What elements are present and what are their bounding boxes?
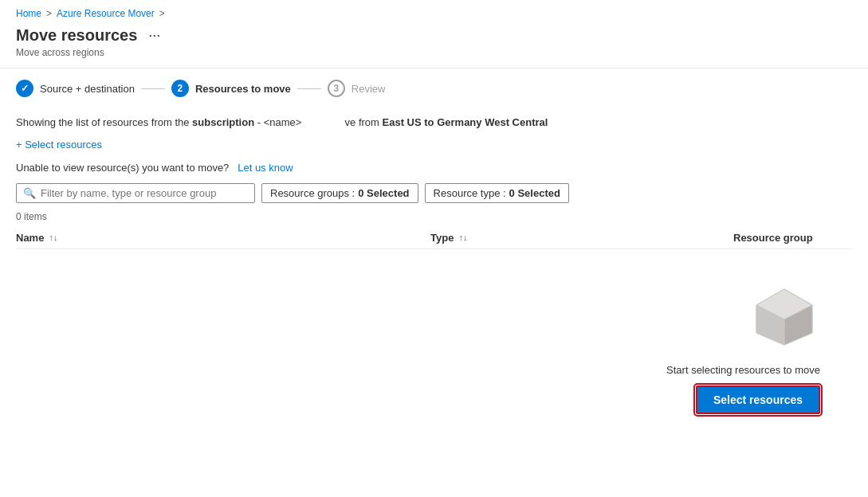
step1-label: Source + destination: [40, 83, 135, 95]
step1-circle: ✓: [16, 80, 33, 97]
page-header: Move resources ··· Move across regions: [0, 22, 868, 68]
unable-text: Unable to view resource(s) you want to m…: [16, 162, 229, 174]
resource-type-count: 0 Selected: [509, 187, 560, 199]
resource-type-filter[interactable]: Resource type : 0 Selected: [425, 183, 569, 203]
step3-circle: 3: [328, 80, 345, 97]
page-subtitle: Move across regions: [16, 47, 852, 58]
empty-state: Start selecting resources to move Select…: [16, 249, 852, 430]
col-type-label: Type: [430, 232, 454, 244]
step-resources-to-move[interactable]: 2 Resources to move: [171, 80, 291, 97]
subscription-info: Showing the list of resources from the s…: [16, 115, 852, 131]
breadcrumb-sep1: >: [46, 8, 52, 19]
main-content: Showing the list of resources from the s…: [0, 105, 868, 440]
subscription-mid: - <name>: [254, 116, 301, 128]
let-us-know-link[interactable]: Let us know: [238, 162, 293, 174]
subscription-prefix: Showing the list of resources from the: [16, 116, 192, 128]
breadcrumb-sep2: >: [159, 8, 165, 19]
resource-type-label: Resource type :: [434, 187, 506, 199]
subscription-bold: subscription: [192, 116, 254, 128]
cube-icon: [748, 281, 820, 353]
resource-groups-count: 0 Selected: [358, 187, 409, 199]
more-options-button[interactable]: ···: [145, 25, 163, 45]
resource-groups-filter[interactable]: Resource groups : 0 Selected: [261, 183, 418, 203]
subscription-suffix: ve from: [345, 116, 383, 128]
step-separator-1: [141, 88, 165, 89]
step2-label: Resources to move: [195, 83, 291, 95]
breadcrumb: Home > Azure Resource Mover >: [0, 0, 868, 22]
col-name-label: Name: [16, 232, 44, 244]
search-icon: 🔍: [23, 187, 36, 199]
unable-to-view-text: Unable to view resource(s) you want to m…: [16, 162, 852, 174]
breadcrumb-mover[interactable]: Azure Resource Mover: [57, 8, 155, 19]
empty-state-text: Start selecting resources to move: [666, 364, 820, 376]
filter-input[interactable]: [41, 187, 248, 199]
table-header: Name ↑↓ Type ↑↓ Resource group: [16, 227, 852, 249]
filter-input-container[interactable]: 🔍: [16, 183, 255, 203]
select-resources-button[interactable]: Select resources: [696, 385, 820, 414]
breadcrumb-home[interactable]: Home: [16, 8, 41, 19]
step-review: 3 Review: [328, 80, 386, 97]
step-source-destination[interactable]: ✓ Source + destination: [16, 80, 135, 97]
region-bold: East US to Germany West Central: [383, 116, 548, 128]
name-sort-icon[interactable]: ↑↓: [49, 233, 57, 242]
col-rg-label: Resource group: [733, 232, 813, 244]
step-separator-2: [297, 88, 321, 89]
step2-circle: 2: [171, 80, 189, 97]
step3-label: Review: [352, 83, 386, 95]
type-sort-icon[interactable]: ↑↓: [458, 233, 467, 242]
filter-row: 🔍 Resource groups : 0 Selected Resource …: [16, 183, 852, 203]
page-title: Move resources: [16, 26, 137, 45]
steps-bar: ✓ Source + destination 2 Resources to mo…: [0, 68, 868, 105]
items-count: 0 items: [16, 211, 852, 222]
resource-groups-label: Resource groups :: [270, 187, 355, 199]
select-resources-link[interactable]: + Select resources: [16, 139, 102, 151]
